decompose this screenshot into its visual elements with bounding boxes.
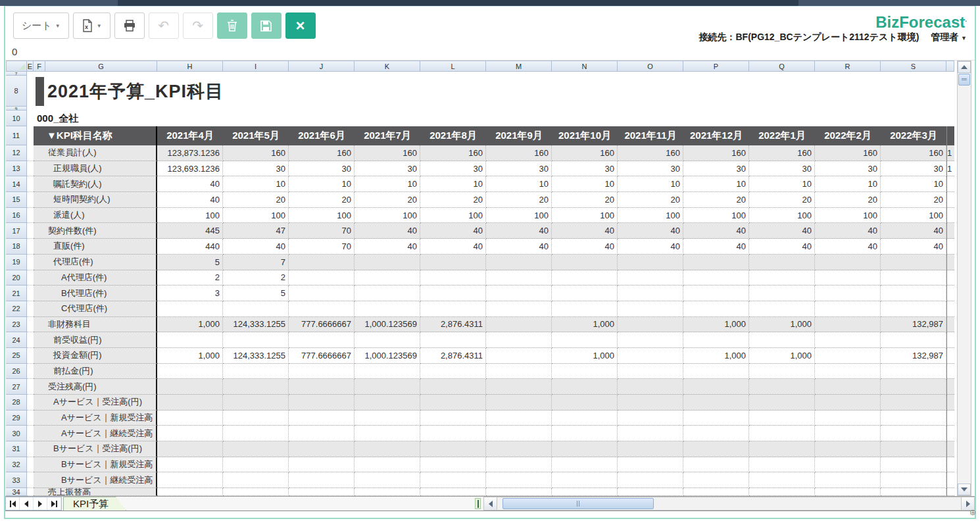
row-number-28[interactable]: 28 [6,395,27,411]
cell[interactable]: 100 [157,208,223,224]
column-header-Q[interactable]: Q [749,61,815,72]
month-header-3[interactable]: 2021年6月 [289,126,355,145]
close-button[interactable]: × [285,12,316,39]
cell[interactable]: 100 [815,208,881,224]
cell[interactable] [157,379,223,395]
scroll-up-button[interactable] [958,61,971,73]
cell[interactable]: 100 [683,208,749,224]
cell[interactable]: 1,000 [749,348,815,364]
cell[interactable] [881,270,946,286]
cell[interactable]: 160 [355,145,420,161]
cell[interactable] [486,426,552,441]
cell[interactable]: 3 [157,286,223,301]
cell-e[interactable] [27,145,34,161]
month-header-9[interactable]: 2021年12月 [683,126,749,145]
cell[interactable]: 20 [683,192,749,208]
cell[interactable]: 20 [881,192,946,208]
cell[interactable] [355,364,420,380]
cell[interactable] [683,472,749,488]
cell[interactable] [552,395,618,411]
row-number-33[interactable]: 33 [6,472,27,488]
cell[interactable] [157,441,223,457]
cell[interactable] [420,411,486,426]
cell[interactable] [815,348,881,364]
cell[interactable] [157,364,223,380]
cell[interactable] [289,457,355,473]
cell[interactable] [815,379,881,395]
excel-export-button[interactable]: x ▼ [73,12,110,39]
horizontal-scroll-thumb[interactable] [502,498,654,509]
cell[interactable]: 1,000 [157,348,223,364]
scroll-down-button[interactable] [958,484,971,495]
column-header-F[interactable]: F [34,61,45,72]
cell[interactable] [881,255,946,270]
column-header-G[interactable]: G [45,61,157,72]
cell[interactable] [289,379,355,395]
cell[interactable]: 20 [486,192,552,208]
cell[interactable]: 30 [881,161,946,177]
undo-button[interactable]: ↶ [149,12,179,39]
cell-partial[interactable] [946,270,954,286]
cell[interactable] [749,364,815,380]
cell[interactable] [749,426,815,441]
cell[interactable] [683,426,749,441]
cell[interactable]: 40 [683,223,749,239]
cell[interactable]: 124,333.1255 [223,348,289,364]
month-header-7[interactable]: 2021年10月 [552,126,618,145]
cell[interactable]: 40 [881,239,946,255]
cell[interactable] [486,348,552,364]
cell[interactable] [552,364,618,380]
row-label[interactable]: 売上振替高 [34,488,157,496]
cell[interactable]: 777.6666667 [289,348,355,364]
cell[interactable]: 70 [289,223,355,239]
row-label[interactable]: 投資金額(円) [34,348,157,364]
cell[interactable]: 40 [749,223,815,239]
row-label[interactable]: Aサービス｜新規受注高 [34,411,157,426]
cell[interactable] [355,395,420,411]
cell[interactable] [289,364,355,380]
cell[interactable] [815,332,881,348]
row-number-25[interactable]: 25 [6,348,27,364]
cell[interactable]: 40 [815,239,881,255]
row-number-8[interactable]: 8 [6,76,27,107]
cell[interactable] [552,286,618,301]
row-number-34[interactable]: 34 [6,488,27,496]
cell[interactable]: 20 [355,192,420,208]
cell-e[interactable] [27,286,34,301]
cell[interactable]: 30 [355,161,420,177]
cell[interactable] [552,488,618,496]
cell[interactable]: 10 [289,176,355,192]
cell-e[interactable] [27,161,34,177]
vertical-scrollbar[interactable] [957,61,971,496]
cell[interactable] [289,255,355,270]
cell[interactable] [683,364,749,380]
cell[interactable] [486,395,552,411]
cell[interactable] [157,457,223,473]
cell[interactable]: 20 [749,192,815,208]
cell[interactable] [815,472,881,488]
cell[interactable] [223,441,289,457]
cell[interactable] [749,255,815,270]
cell-e[interactable] [27,176,34,192]
cell-e[interactable] [27,208,34,224]
column-header-partial[interactable] [946,61,954,72]
cell[interactable]: 20 [618,192,683,208]
cell[interactable] [881,426,946,441]
cell[interactable] [683,255,749,270]
cell[interactable] [223,332,289,348]
row-number-12[interactable]: 12 [6,145,27,161]
cell[interactable]: 40 [486,239,552,255]
cell-e[interactable] [27,126,34,145]
cell[interactable]: 5 [157,255,223,270]
cell[interactable] [420,270,486,286]
user-role-menu[interactable]: 管理者 ▼ [931,32,967,42]
cell[interactable] [420,395,486,411]
cell[interactable]: 2,876.4311 [420,348,486,364]
cell[interactable] [552,472,618,488]
cell[interactable] [881,411,946,426]
cell[interactable] [157,426,223,441]
cell[interactable] [815,270,881,286]
month-header-8[interactable]: 2021年11月 [618,126,683,145]
row-label[interactable]: B代理店(件) [34,286,157,301]
month-header-4[interactable]: 2021年7月 [355,126,420,145]
